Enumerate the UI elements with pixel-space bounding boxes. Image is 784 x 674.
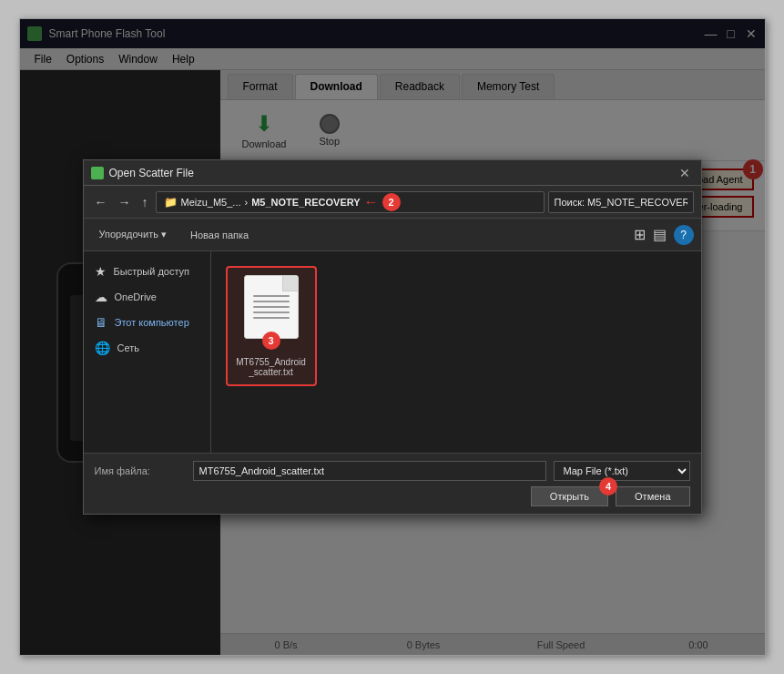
- footer-filename-row: Имя файла: Map File (*.txt): [95, 461, 690, 481]
- new-folder-button[interactable]: Новая папка: [182, 226, 257, 244]
- cancel-button[interactable]: Отмена: [616, 486, 689, 506]
- badge-4: 4: [599, 477, 617, 495]
- badge-2-wrap: 2: [382, 193, 401, 211]
- open-button[interactable]: Открыть: [531, 486, 608, 506]
- dialog-close-button[interactable]: ✕: [676, 166, 694, 180]
- app-window: Smart Phone Flash Tool — □ ✕ File Option…: [19, 18, 766, 656]
- file-line-2: [253, 301, 290, 302]
- dialog-overlay: Open Scatter File ✕ ← → ↑ 📁 Meizu_M5_...…: [20, 19, 765, 655]
- file-icon: [244, 275, 299, 339]
- file-line-4: [253, 311, 290, 313]
- view-list-button[interactable]: ▤: [653, 226, 667, 243]
- breadcrumb: 📁 Meizu_M5_... › M5_NOTE_RECOVERY ← 2: [156, 191, 545, 213]
- dialog-title-bar: Open Scatter File ✕: [84, 160, 701, 186]
- badge-3: 3: [262, 332, 280, 350]
- file-name: MT6755_Android_scatter.txt: [235, 357, 308, 377]
- onedrive-icon: ☁: [95, 290, 107, 304]
- badge-4-wrap: Открыть 4: [531, 486, 608, 506]
- footer-buttons: Открыть 4 Отмена: [95, 486, 690, 506]
- quick-access-icon: ★: [95, 264, 107, 279]
- dialog-sidebar: ★ Быстрый доступ ☁ OneDrive 🖥 Этот компь…: [84, 251, 211, 453]
- dialog-nav: ← → ↑ 📁 Meizu_M5_... › M5_NOTE_RECOVERY …: [84, 186, 701, 219]
- filename-input[interactable]: [193, 461, 546, 481]
- nav-forward-button[interactable]: →: [115, 193, 135, 211]
- badge-3-wrap: 3: [244, 275, 299, 339]
- sidebar-this-pc[interactable]: 🖥 Этот компьютер: [84, 310, 210, 335]
- dialog-search-input[interactable]: [548, 191, 694, 213]
- organize-button[interactable]: Упорядочить ▾: [91, 225, 176, 244]
- dialog-title: Open Scatter File: [109, 167, 676, 179]
- file-lines: [253, 295, 290, 319]
- dialog-toolbar: Упорядочить ▾ Новая папка ⊞ ▤ ?: [84, 219, 701, 251]
- filetype-select[interactable]: Map File (*.txt): [554, 461, 690, 481]
- file-line-3: [253, 306, 290, 308]
- file-item-scatter[interactable]: 3 MT6755_Android_scatter.txt: [226, 266, 317, 386]
- open-scatter-dialog: Open Scatter File ✕ ← → ↑ 📁 Meizu_M5_...…: [83, 159, 702, 515]
- sidebar-network[interactable]: 🌐 Сеть: [84, 335, 210, 361]
- help-button[interactable]: ?: [674, 225, 694, 245]
- sidebar-onedrive[interactable]: ☁ OneDrive: [84, 284, 210, 310]
- file-line-1: [253, 295, 290, 297]
- dialog-icon: [91, 167, 104, 179]
- sidebar-quick-access[interactable]: ★ Быстрый доступ: [84, 259, 210, 284]
- breadcrumb-sep: ›: [245, 197, 249, 208]
- breadcrumb-part2: M5_NOTE_RECOVERY: [251, 197, 360, 208]
- breadcrumb-arrow: ←: [364, 194, 379, 210]
- badge-2: 2: [382, 193, 401, 211]
- filename-label: Имя файла:: [95, 465, 186, 476]
- view-options-button[interactable]: ⊞: [634, 226, 646, 243]
- this-pc-icon: 🖥: [95, 315, 107, 330]
- nav-up-button[interactable]: ↑: [138, 193, 152, 211]
- nav-back-button[interactable]: ←: [91, 193, 111, 211]
- dialog-body: ★ Быстрый доступ ☁ OneDrive 🖥 Этот компь…: [84, 251, 701, 453]
- dialog-footer: Имя файла: Map File (*.txt) Открыть 4 От…: [84, 453, 701, 514]
- breadcrumb-part1: Meizu_M5_...: [181, 197, 241, 208]
- dialog-files-area: 3 MT6755_Android_scatter.txt: [211, 251, 701, 453]
- breadcrumb-folder-icon: 📁: [164, 196, 178, 209]
- network-icon: 🌐: [95, 341, 110, 355]
- file-line-5: [253, 317, 290, 319]
